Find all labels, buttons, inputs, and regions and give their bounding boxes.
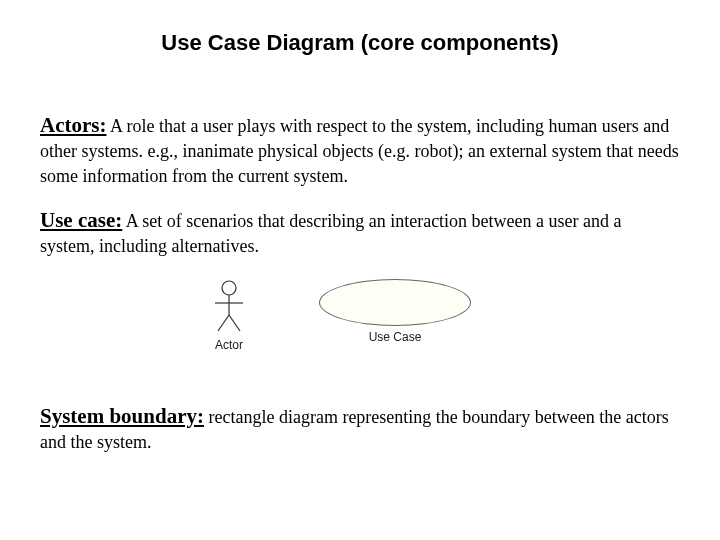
svg-point-0 xyxy=(222,281,236,295)
actors-definition: A role that a user plays with respect to… xyxy=(40,116,679,186)
usecase-term: Use case: xyxy=(40,208,122,232)
diagram-area: Actor Use Case xyxy=(40,279,680,352)
actor-figure-block: Actor xyxy=(209,279,249,352)
slide-content: Use Case Diagram (core components) Actor… xyxy=(0,0,720,502)
usecase-section: Use case: A set of scenarios that descri… xyxy=(40,206,680,259)
actors-section: Actors: A role that a user plays with re… xyxy=(40,111,680,188)
svg-line-4 xyxy=(229,315,240,331)
usecase-figure-block: Use Case xyxy=(319,279,471,344)
boundary-term: System boundary: xyxy=(40,404,204,428)
svg-line-3 xyxy=(218,315,229,331)
actor-stick-figure-icon xyxy=(209,279,249,334)
usecase-ellipse-icon xyxy=(319,279,471,326)
usecase-definition: A set of scenarios that describing an in… xyxy=(40,211,622,256)
actors-term: Actors: xyxy=(40,113,106,137)
usecase-caption: Use Case xyxy=(319,330,471,344)
page-title: Use Case Diagram (core components) xyxy=(40,30,680,56)
boundary-section: System boundary: rectangle diagram repre… xyxy=(40,402,680,455)
actor-caption: Actor xyxy=(209,338,249,352)
